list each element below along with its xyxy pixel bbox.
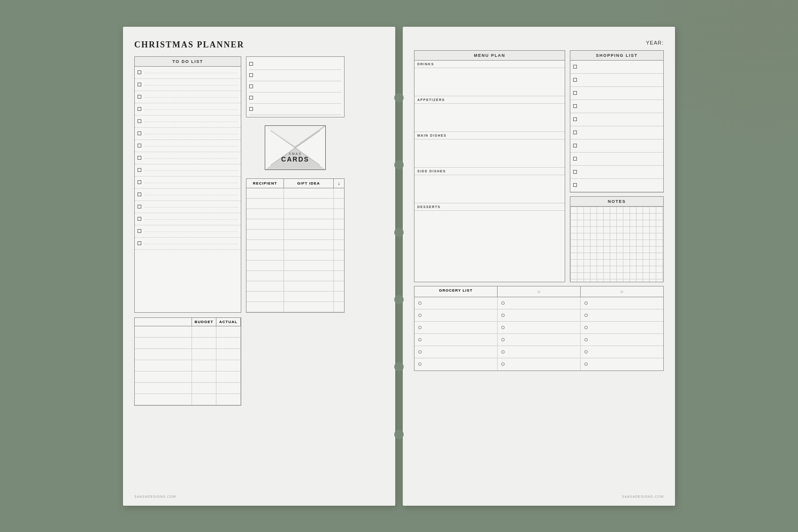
gift-cell[interactable]	[246, 240, 284, 250]
budget-cell[interactable]	[135, 371, 192, 383]
gift-cell[interactable]	[246, 199, 284, 209]
grocery-cell[interactable]	[581, 346, 663, 358]
gift-cell[interactable]	[246, 230, 284, 240]
gift-cell[interactable]	[284, 209, 334, 219]
gift-cell[interactable]	[284, 302, 334, 312]
gift-cell[interactable]	[284, 240, 334, 250]
gift-cell[interactable]	[284, 281, 334, 292]
checkbox[interactable]	[138, 217, 141, 221]
grocery-cell[interactable]	[581, 297, 663, 309]
budget-cell[interactable]	[192, 349, 216, 360]
grocery-cell[interactable]	[581, 309, 663, 321]
gift-cell[interactable]	[284, 271, 334, 281]
checkbox[interactable]	[573, 170, 577, 174]
checkbox[interactable]	[249, 73, 253, 77]
menu-area-desserts[interactable]	[414, 211, 565, 239]
checkbox[interactable]	[138, 156, 141, 160]
checkbox[interactable]	[138, 229, 141, 233]
checkbox[interactable]	[138, 193, 141, 196]
checkbox[interactable]	[249, 85, 253, 88]
checkbox[interactable]	[573, 78, 577, 82]
checkbox[interactable]	[138, 241, 141, 245]
budget-cell[interactable]	[192, 326, 216, 338]
budget-cell[interactable]	[135, 383, 192, 394]
budget-cell[interactable]	[216, 383, 241, 394]
checkbox[interactable]	[138, 83, 141, 86]
gift-cell[interactable]	[246, 302, 284, 312]
budget-cell[interactable]	[135, 349, 192, 360]
grocery-cell[interactable]	[414, 334, 498, 346]
budget-cell[interactable]	[216, 394, 241, 405]
checkbox[interactable]	[573, 144, 577, 147]
grocery-cell[interactable]	[498, 358, 581, 370]
gift-cell[interactable]	[246, 271, 284, 281]
budget-cell[interactable]	[135, 338, 192, 349]
grocery-cell[interactable]	[414, 346, 498, 358]
budget-cell[interactable]	[192, 360, 216, 371]
checkbox[interactable]	[138, 95, 141, 99]
menu-area-drinks[interactable]	[414, 68, 565, 96]
gift-cell[interactable]	[284, 230, 334, 240]
checkbox[interactable]	[249, 96, 253, 100]
grocery-cell[interactable]	[581, 334, 663, 346]
checkbox[interactable]	[573, 104, 577, 108]
budget-cell[interactable]	[216, 326, 241, 338]
checkbox[interactable]	[138, 131, 141, 135]
checkbox[interactable]	[138, 168, 141, 172]
grocery-cell[interactable]	[498, 309, 581, 321]
budget-cell[interactable]	[135, 326, 192, 338]
budget-cell[interactable]	[135, 394, 192, 405]
budget-cell[interactable]	[192, 338, 216, 349]
budget-cell[interactable]	[216, 349, 241, 360]
budget-cell[interactable]	[216, 360, 241, 371]
checkbox[interactable]	[138, 205, 141, 208]
gift-cell[interactable]	[284, 219, 334, 230]
menu-area-side[interactable]	[414, 175, 565, 203]
budget-cell[interactable]	[135, 360, 192, 371]
gift-cell[interactable]	[284, 250, 334, 261]
menu-area-appetizers[interactable]	[414, 104, 565, 132]
grocery-row	[414, 297, 663, 309]
checkbox[interactable]	[138, 180, 141, 184]
checkbox[interactable]	[138, 107, 141, 111]
budget-cell[interactable]	[216, 338, 241, 349]
grocery-cell[interactable]	[498, 297, 581, 309]
grocery-cell[interactable]	[414, 322, 498, 333]
gift-cell[interactable]	[246, 281, 284, 292]
budget-cell[interactable]	[192, 394, 216, 405]
budget-cell[interactable]	[216, 371, 241, 383]
menu-area-main[interactable]	[414, 139, 565, 168]
checkbox[interactable]	[573, 183, 577, 187]
grocery-cell[interactable]	[414, 309, 498, 321]
gift-cell[interactable]	[284, 188, 334, 199]
gift-cell[interactable]	[246, 209, 284, 219]
gift-cell[interactable]	[246, 292, 284, 302]
checkbox[interactable]	[138, 70, 141, 74]
grocery-cell[interactable]	[581, 358, 663, 370]
checkbox[interactable]	[573, 117, 577, 121]
checkbox[interactable]	[573, 65, 577, 69]
grocery-cell[interactable]	[498, 322, 581, 333]
gift-cell[interactable]	[246, 261, 284, 271]
checkbox[interactable]	[573, 131, 577, 134]
grocery-cell[interactable]	[498, 334, 581, 346]
checkbox[interactable]	[249, 107, 253, 111]
gift-cell[interactable]	[246, 250, 284, 261]
grocery-cell[interactable]	[498, 346, 581, 358]
checkbox[interactable]	[138, 144, 141, 147]
notes-grid[interactable]	[570, 207, 663, 282]
checkbox[interactable]	[573, 157, 577, 161]
checkbox[interactable]	[249, 62, 253, 66]
grocery-cell[interactable]	[414, 358, 498, 370]
gift-cell[interactable]	[284, 292, 334, 302]
gift-cell[interactable]	[246, 219, 284, 230]
budget-cell[interactable]	[192, 383, 216, 394]
gift-cell[interactable]	[246, 188, 284, 199]
grocery-cell[interactable]	[581, 322, 663, 333]
gift-cell[interactable]	[284, 199, 334, 209]
checkbox[interactable]	[573, 91, 577, 95]
grocery-cell[interactable]	[414, 297, 498, 309]
budget-cell[interactable]	[192, 371, 216, 383]
gift-cell[interactable]	[284, 261, 334, 271]
checkbox[interactable]	[138, 119, 141, 123]
